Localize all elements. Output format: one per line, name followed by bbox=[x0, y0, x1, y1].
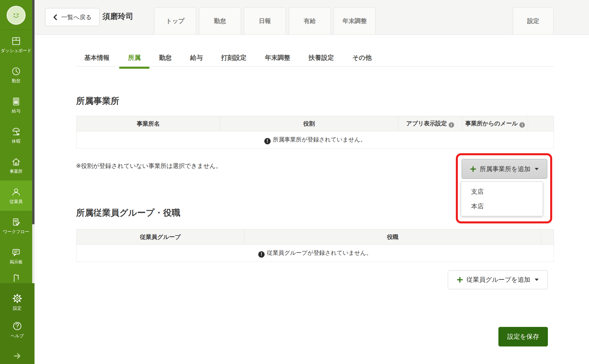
avatar[interactable] bbox=[7, 6, 26, 25]
office-table-empty-row: !所属事業所が登録されていません。 bbox=[77, 131, 554, 149]
wink-smiley-icon bbox=[10, 9, 22, 22]
plus-icon bbox=[470, 166, 476, 172]
col-header-office-mail: 事業所からのメールi bbox=[462, 116, 528, 131]
board-icon bbox=[11, 248, 21, 257]
add-office-button[interactable]: 所属事業所を追加 bbox=[462, 159, 547, 179]
sidebar-item-label: 勤怠 bbox=[12, 78, 20, 84]
tab-dependents[interactable]: 扶養設定 bbox=[309, 53, 334, 69]
sidebar-item-label: 従業員 bbox=[10, 199, 23, 204]
sidebar-item-label: 事業所 bbox=[10, 169, 23, 174]
office-dropdown-menu: 支店 本店 bbox=[461, 181, 543, 216]
sidebar-scrollbar-thumb[interactable] bbox=[32, 0, 35, 224]
tab-attendance[interactable]: 勤怠 bbox=[159, 53, 172, 69]
sidebar-collapse-arrow-icon[interactable] bbox=[13, 352, 22, 360]
col-header-position: 役職 bbox=[244, 229, 541, 245]
profile-tabs: 基本情報 所属 勤怠 給与 打刻設定 年末調整 扶養設定 その他 bbox=[84, 53, 372, 69]
col-header-employee-group: 従業員グループ bbox=[77, 229, 244, 245]
dropdown-item-headquarters[interactable]: 本店 bbox=[461, 199, 543, 214]
help-icon bbox=[12, 321, 22, 331]
employee-icon bbox=[11, 187, 21, 197]
plus-icon bbox=[457, 277, 463, 283]
back-button-label: 一覧へ戻る bbox=[61, 13, 92, 21]
info-icon[interactable]: i bbox=[449, 122, 454, 128]
chevron-left-icon bbox=[53, 14, 57, 20]
col-header-office-name: 事業所名 bbox=[77, 116, 220, 131]
workflow-icon bbox=[11, 217, 21, 227]
sidebar-item-label: 休暇 bbox=[12, 139, 20, 144]
dashboard-icon bbox=[11, 36, 21, 46]
col-header-role: 役割 bbox=[220, 116, 398, 131]
sidebar-item-employees[interactable]: 従業員 bbox=[0, 181, 32, 211]
add-group-button[interactable]: 従業員グループを追加 bbox=[448, 270, 548, 289]
sidebar: ダッシュボード 勤怠 給与 bbox=[0, 0, 32, 364]
sidebar-item-leave[interactable]: 休暇 bbox=[0, 120, 32, 150]
tab-payroll[interactable]: 給与 bbox=[190, 53, 203, 69]
office-table: 事業所名 役割 アプリ表示設定i 事業所からのメールi !所属事業所が登録されて… bbox=[76, 116, 554, 149]
sidebar-item-workflow[interactable]: ワークフロー bbox=[0, 211, 32, 241]
sidebar-item-dashboard[interactable]: ダッシュボード bbox=[0, 30, 32, 60]
header-tab-top[interactable]: トップ bbox=[154, 7, 196, 35]
umbrella-icon bbox=[11, 127, 21, 137]
group-empty-cell: !従業員グループが登録されていません。 bbox=[77, 245, 554, 262]
calculator-icon bbox=[11, 97, 21, 106]
office-icon bbox=[11, 157, 21, 167]
sidebar-item-label: ヘルプ bbox=[11, 333, 24, 339]
sidebar-item-label: 給与 bbox=[12, 108, 20, 114]
alert-icon: ! bbox=[258, 251, 265, 258]
tabs-bottom-rule bbox=[76, 66, 554, 66]
sidebar-scrollbar-track[interactable] bbox=[32, 0, 35, 283]
sidebar-bottom-section: 設定 ヘルプ bbox=[0, 283, 35, 364]
office-section-title: 所属事業所 bbox=[76, 95, 119, 107]
role-note: ※役割が登録されていない事業所は選択できません。 bbox=[76, 162, 222, 170]
header-tab-settings[interactable]: 設定 bbox=[513, 7, 554, 35]
sidebar-item-office[interactable]: 事業所 bbox=[0, 150, 32, 181]
employee-settings-page: { "sidebar": { "items": [ {"label": "ダッシ… bbox=[0, 0, 589, 364]
gear-icon bbox=[12, 293, 22, 304]
page-header: 一覧へ戻る 須磨玲司 トップ 勤怠 日報 有給 年末調整 設定 bbox=[35, 0, 589, 35]
sidebar-item-attendance[interactable]: 勤怠 bbox=[0, 60, 32, 90]
header-tabs: トップ 勤怠 日報 有給 年末調整 bbox=[154, 7, 376, 35]
tab-clock-settings[interactable]: 打刻設定 bbox=[221, 53, 246, 69]
sidebar-item-label: ワークフロー bbox=[3, 229, 29, 235]
sidebar-item-board[interactable]: 掲示板 bbox=[0, 241, 32, 271]
tab-year-end[interactable]: 年末調整 bbox=[265, 53, 290, 69]
col-header-actions bbox=[528, 116, 554, 131]
dropdown-item-branch[interactable]: 支店 bbox=[461, 184, 543, 199]
header-tab-year-end[interactable]: 年末調整 bbox=[334, 7, 376, 35]
header-tab-paid-leave[interactable]: 有給 bbox=[289, 7, 331, 35]
back-to-list-button[interactable]: 一覧へ戻る bbox=[45, 8, 100, 26]
sidebar-item-label: 掲示板 bbox=[10, 259, 23, 265]
alert-icon: ! bbox=[264, 138, 271, 144]
header-tab-attendance[interactable]: 勤怠 bbox=[199, 7, 241, 35]
header-tab-daily-report[interactable]: 日報 bbox=[244, 7, 286, 35]
caret-down-icon bbox=[535, 279, 539, 281]
col-header-actions bbox=[541, 229, 554, 245]
col-header-app-display: アプリ表示設定i bbox=[398, 116, 462, 131]
add-group-button-label: 従業員グループを追加 bbox=[466, 275, 530, 284]
add-office-button-label: 所属事業所を追加 bbox=[480, 165, 531, 173]
sidebar-item-label: 設定 bbox=[13, 306, 22, 311]
office-table-header-row: 事業所名 役割 アプリ表示設定i 事業所からのメールi bbox=[77, 116, 554, 131]
flag-icon bbox=[11, 273, 21, 283]
employee-name: 須磨玲司 bbox=[102, 0, 133, 34]
group-section-title: 所属従業員グループ・役職 bbox=[76, 207, 180, 219]
group-table: 従業員グループ 役職 !従業員グループが登録されていません。 bbox=[76, 229, 554, 262]
tab-others[interactable]: その他 bbox=[352, 53, 372, 69]
group-table-header-row: 従業員グループ 役職 bbox=[77, 229, 554, 245]
office-empty-cell: !所属事業所が登録されていません。 bbox=[77, 131, 554, 149]
info-icon[interactable]: i bbox=[519, 122, 525, 128]
tab-basic-info[interactable]: 基本情報 bbox=[84, 53, 110, 69]
clock-icon bbox=[11, 66, 21, 76]
sidebar-item-payroll[interactable]: 給与 bbox=[0, 90, 32, 120]
tab-affiliation[interactable]: 所属 bbox=[128, 53, 141, 69]
sidebar-item-label: ダッシュボード bbox=[1, 48, 31, 53]
sidebar-item-settings[interactable]: 設定 bbox=[0, 288, 35, 316]
group-table-empty-row: !従業員グループが登録されていません。 bbox=[77, 245, 554, 262]
sidebar-item-help[interactable]: ヘルプ bbox=[0, 316, 35, 344]
caret-down-icon bbox=[535, 168, 539, 170]
save-settings-button[interactable]: 設定を保存 bbox=[498, 327, 548, 346]
